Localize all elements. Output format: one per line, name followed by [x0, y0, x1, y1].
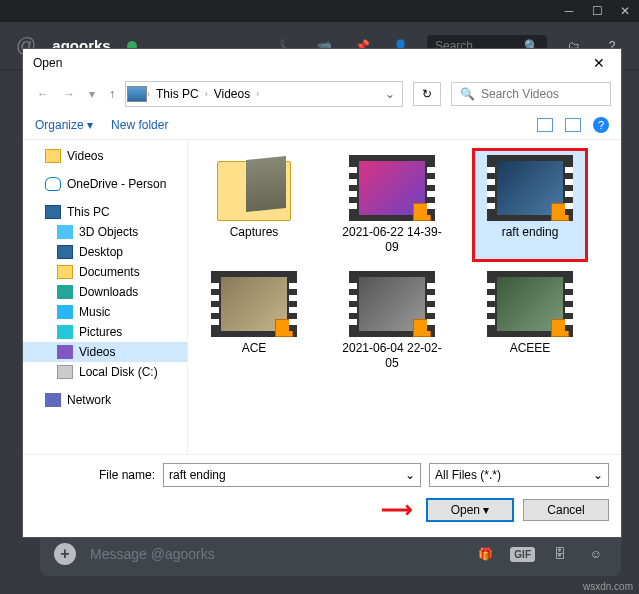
- tree-item[interactable]: Videos: [23, 146, 187, 166]
- nav-back-icon[interactable]: ←: [33, 85, 53, 103]
- new-folder-button[interactable]: New folder: [111, 118, 168, 132]
- chevron-down-icon[interactable]: ⌄: [593, 468, 603, 482]
- address-bar[interactable]: › This PC › Videos › ⌄: [125, 81, 403, 107]
- tree-label: Network: [67, 393, 111, 407]
- message-input-bar[interactable]: + Message @agoorks 🎁 GIF 🗄 ☺: [40, 532, 621, 576]
- attach-icon[interactable]: +: [54, 543, 76, 565]
- file-name: ACEEE: [510, 341, 551, 356]
- folder-icon: [57, 365, 73, 379]
- folder-icon: [45, 393, 61, 407]
- file-search-input[interactable]: 🔍 Search Videos: [451, 82, 611, 106]
- nav-recent-icon[interactable]: ▾: [85, 85, 99, 103]
- tree-label: Documents: [79, 265, 140, 279]
- sticker-icon[interactable]: 🗄: [549, 543, 571, 565]
- folder-icon: [57, 325, 73, 339]
- dialog-nav: ← → ▾ ↑ › This PC › Videos › ⌄ ↻ 🔍 Searc…: [23, 77, 621, 111]
- search-icon: 🔍: [460, 87, 475, 101]
- organize-menu[interactable]: Organize ▾: [35, 118, 93, 132]
- filename-input[interactable]: raft ending ⌄: [163, 463, 421, 487]
- tree-item[interactable]: Network: [23, 390, 187, 410]
- file-list[interactable]: Captures2021-06-22 14-39-09raft endingAC…: [188, 140, 621, 454]
- tree-item[interactable]: Music: [23, 302, 187, 322]
- folder-icon: [57, 265, 73, 279]
- tree-item[interactable]: 3D Objects: [23, 222, 187, 242]
- folder-icon: [45, 177, 61, 191]
- video-thumbnail: [487, 155, 573, 221]
- file-item[interactable]: Captures: [199, 151, 309, 259]
- breadcrumb-root[interactable]: This PC: [150, 83, 205, 105]
- watermark: wsxdn.com: [583, 581, 633, 592]
- chevron-right-icon[interactable]: ›: [256, 89, 259, 99]
- file-item[interactable]: ACE: [199, 267, 309, 375]
- file-name: ACE: [242, 341, 267, 356]
- folder-icon: [57, 345, 73, 359]
- gift-icon[interactable]: 🎁: [474, 543, 496, 565]
- nav-up-icon[interactable]: ↑: [105, 85, 119, 103]
- close-icon[interactable]: ✕: [611, 4, 639, 18]
- help-icon[interactable]: ?: [593, 117, 609, 133]
- video-thumbnail: [349, 271, 435, 337]
- nav-tree: VideosOneDrive - PersonThis PC3D Objects…: [23, 140, 188, 454]
- tree-item[interactable]: Desktop: [23, 242, 187, 262]
- tree-label: Videos: [79, 345, 115, 359]
- tree-label: Pictures: [79, 325, 122, 339]
- message-placeholder: Message @agoorks: [90, 546, 460, 562]
- video-thumbnail: [349, 155, 435, 221]
- dialog-footer: File name: raft ending ⌄ All Files (*.*)…: [23, 454, 621, 537]
- file-open-dialog: Open ✕ ← → ▾ ↑ › This PC › Videos › ⌄ ↻ …: [22, 48, 622, 538]
- file-name: 2021-06-04 22-02-05: [341, 341, 443, 371]
- open-button[interactable]: Open ▾: [427, 499, 513, 521]
- tree-item[interactable]: Documents: [23, 262, 187, 282]
- video-thumbnail: [487, 271, 573, 337]
- tree-label: Local Disk (C:): [79, 365, 158, 379]
- gif-button[interactable]: GIF: [510, 547, 535, 562]
- app-titlebar: ─ ☐ ✕: [0, 0, 639, 22]
- file-item[interactable]: raft ending: [475, 151, 585, 259]
- dialog-toolbar: Organize ▾ New folder ?: [23, 111, 621, 140]
- tree-item[interactable]: OneDrive - Person: [23, 174, 187, 194]
- folder-icon: [57, 305, 73, 319]
- tree-label: Videos: [67, 149, 103, 163]
- chevron-down-icon[interactable]: ⌄: [405, 468, 415, 482]
- tree-item[interactable]: This PC: [23, 202, 187, 222]
- folder-icon: [57, 225, 73, 239]
- maximize-icon[interactable]: ☐: [583, 4, 611, 18]
- file-name: Captures: [230, 225, 279, 240]
- tree-item[interactable]: Videos: [23, 342, 187, 362]
- play-badge-icon: [551, 203, 569, 221]
- tree-label: This PC: [67, 205, 110, 219]
- play-badge-icon: [413, 203, 431, 221]
- folder-icon: [45, 205, 61, 219]
- breadcrumb-folder[interactable]: Videos: [208, 83, 256, 105]
- file-type-filter[interactable]: All Files (*.*) ⌄: [429, 463, 609, 487]
- file-item[interactable]: 2021-06-22 14-39-09: [337, 151, 447, 259]
- view-options-icon[interactable]: [537, 118, 553, 132]
- folder-icon: [217, 161, 291, 221]
- emoji-icon[interactable]: ☺: [585, 543, 607, 565]
- folder-icon: [57, 245, 73, 259]
- dialog-titlebar: Open ✕: [23, 49, 621, 77]
- tree-item[interactable]: Downloads: [23, 282, 187, 302]
- file-name: raft ending: [502, 225, 559, 240]
- tree-item[interactable]: Pictures: [23, 322, 187, 342]
- tree-item[interactable]: Local Disk (C:): [23, 362, 187, 382]
- minimize-icon[interactable]: ─: [555, 4, 583, 18]
- file-item[interactable]: ACEEE: [475, 267, 585, 375]
- dialog-close-icon[interactable]: ✕: [587, 55, 611, 71]
- play-badge-icon: [275, 319, 293, 337]
- play-badge-icon: [551, 319, 569, 337]
- refresh-icon[interactable]: ↻: [413, 82, 441, 106]
- cancel-button[interactable]: Cancel: [523, 499, 609, 521]
- file-item[interactable]: 2021-06-04 22-02-05: [337, 267, 447, 375]
- folder-icon: [57, 285, 73, 299]
- folder-icon: [45, 149, 61, 163]
- video-thumbnail: [211, 271, 297, 337]
- dialog-title: Open: [33, 56, 62, 70]
- tree-label: 3D Objects: [79, 225, 138, 239]
- play-badge-icon: [413, 319, 431, 337]
- address-dropdown-icon[interactable]: ⌄: [379, 87, 401, 101]
- preview-pane-icon[interactable]: [565, 118, 581, 132]
- filename-label: File name:: [35, 468, 155, 482]
- tree-label: OneDrive - Person: [67, 177, 166, 191]
- pc-icon: [127, 86, 147, 102]
